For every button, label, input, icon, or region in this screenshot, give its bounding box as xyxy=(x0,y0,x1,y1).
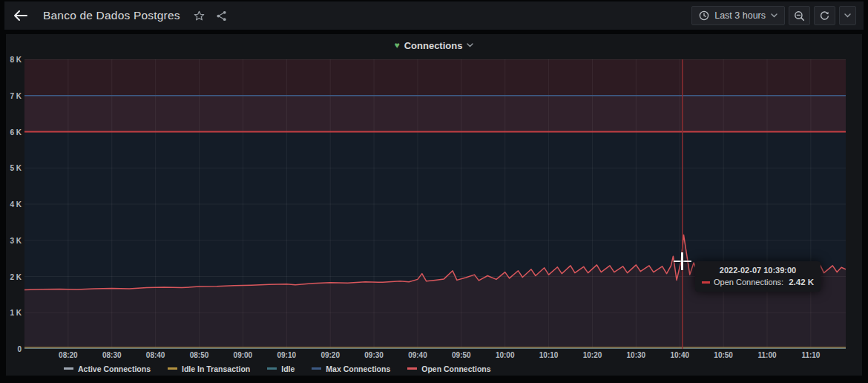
x-tick-label: 10:20 xyxy=(576,351,608,359)
time-range-picker[interactable]: Last 3 hours xyxy=(691,6,785,25)
share-icon[interactable] xyxy=(214,6,229,25)
x-tick-label: 10:10 xyxy=(533,351,565,359)
chevron-down-icon xyxy=(771,13,777,18)
legend-item-idle[interactable]: Idle xyxy=(267,364,295,373)
y-axis: 01 K2 K3 K4 K5 K6 K7 K8 K xyxy=(6,59,22,349)
legend-series-dash xyxy=(267,367,277,370)
x-tick-label: 08:40 xyxy=(140,351,171,359)
legend-item-open-connections[interactable]: Open Connections xyxy=(407,364,490,373)
chart-plot[interactable] xyxy=(24,59,846,349)
legend-series-label: Active Connections xyxy=(78,364,151,373)
x-tick-label: 11:00 xyxy=(752,351,783,359)
zoom-out-button[interactable] xyxy=(789,6,810,25)
y-tick-label: 0 xyxy=(6,345,22,353)
x-tick-label: 10:30 xyxy=(620,351,651,359)
y-tick-label: 4 K xyxy=(6,200,22,209)
x-tick-label: 08:50 xyxy=(184,351,215,359)
legend-series-label: Idle In Transaction xyxy=(182,364,250,373)
legend-series-dash xyxy=(407,367,417,370)
refresh-button[interactable] xyxy=(814,6,835,25)
arrow-left-icon xyxy=(13,10,27,21)
panel-title: Connections xyxy=(404,40,463,51)
chevron-down-icon xyxy=(844,13,851,18)
connections-panel: ♥ Connections 01 K2 K3 K4 K5 K6 K7 K8 K … xyxy=(6,34,862,376)
x-tick-label: 08:20 xyxy=(53,351,84,359)
chevron-down-icon xyxy=(467,43,473,48)
x-tick-label: 09:10 xyxy=(271,351,302,359)
chart-canvas xyxy=(24,59,846,349)
x-tick-label: 11:10 xyxy=(795,351,826,359)
legend-series-dash xyxy=(312,367,321,370)
legend-item-active-connections[interactable]: Active Connections xyxy=(64,364,151,373)
tooltip-timestamp: 2022-02-07 10:39:00 xyxy=(702,266,814,275)
y-tick-label: 3 K xyxy=(6,237,22,245)
tooltip-series-label: Open Connections: xyxy=(714,278,783,287)
magnifier-minus-icon xyxy=(794,10,805,22)
x-axis: 08:2008:3008:4008:5009:0009:1009:2009:30… xyxy=(24,351,846,361)
legend-item-max-connections[interactable]: Max Connections xyxy=(312,364,390,373)
legend-series-label: Max Connections xyxy=(326,364,390,373)
x-tick-label: 09:00 xyxy=(227,351,258,359)
star-icon[interactable] xyxy=(192,6,207,25)
y-tick-label: 7 K xyxy=(6,92,22,100)
x-tick-label: 10:50 xyxy=(708,351,739,359)
legend-series-dash xyxy=(168,367,177,370)
y-tick-label: 5 K xyxy=(6,164,22,172)
x-tick-label: 10:00 xyxy=(490,351,521,359)
tooltip-value: 2.42 K xyxy=(789,278,814,287)
dashboard-title: Banco de Dados Postgres xyxy=(43,9,180,22)
legend-item-idle-in-transaction[interactable]: Idle In Transaction xyxy=(168,364,250,373)
refresh-icon xyxy=(819,10,830,22)
open-connections-series-icon xyxy=(702,281,710,284)
x-tick-label: 08:30 xyxy=(96,351,128,359)
x-tick-label: 09:50 xyxy=(446,351,477,359)
refresh-interval-dropdown[interactable] xyxy=(839,6,856,25)
y-tick-label: 1 K xyxy=(6,309,22,317)
x-tick-label: 09:40 xyxy=(402,351,433,359)
top-navbar: Banco de Dados Postgres Last 3 hours xyxy=(4,1,864,30)
y-tick-label: 6 K xyxy=(6,128,22,137)
time-range-label: Last 3 hours xyxy=(714,10,766,21)
back-button[interactable] xyxy=(10,6,30,25)
health-heart-icon: ♥ xyxy=(395,41,400,50)
legend-series-label: Open Connections xyxy=(421,364,490,373)
x-tick-label: 09:30 xyxy=(358,351,389,359)
clock-icon xyxy=(699,10,709,21)
x-tick-label: 09:20 xyxy=(315,351,346,359)
x-tick-label: 10:40 xyxy=(664,351,695,359)
chart-legend: Active ConnectionsIdle In TransactionIdl… xyxy=(64,363,491,374)
panel-header[interactable]: ♥ Connections xyxy=(6,38,862,53)
y-tick-label: 2 K xyxy=(6,273,22,281)
legend-series-label: Idle xyxy=(281,364,295,373)
y-tick-label: 8 K xyxy=(6,56,22,64)
legend-series-dash xyxy=(64,367,73,370)
chart-tooltip: 2022-02-07 10:39:00 Open Connections: 2.… xyxy=(695,261,821,292)
